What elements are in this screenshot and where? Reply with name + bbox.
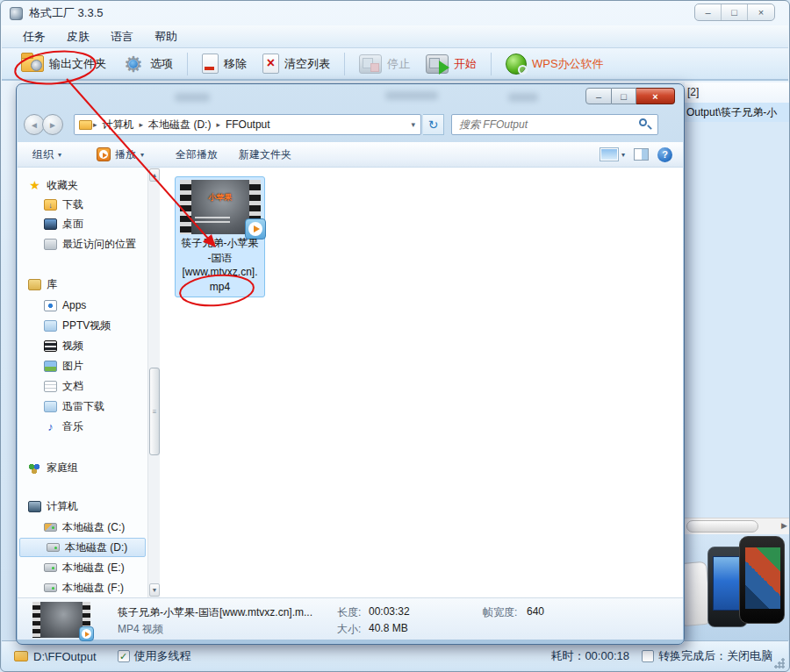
explorer-window: – □ × ◄ ► ▸ 计算机 ▸ 本地磁盘 (D:) ▸ FFOutput ▾… (16, 83, 685, 645)
homegroup-icon (28, 462, 41, 474)
desktop-icon (44, 218, 57, 230)
options-button[interactable]: ⚙ 选项 (117, 52, 178, 76)
breadcrumb-drive-d[interactable]: 本地磁盘 (D:) (144, 115, 215, 135)
gear-icon: ⚙ (122, 54, 145, 75)
sidebar-item-drive-d[interactable]: 本地磁盘 (D:) (19, 538, 146, 557)
sidebar-item-desktop[interactable]: 桌面 (18, 214, 83, 233)
recent-places-icon (44, 239, 57, 250)
minimize-button[interactable]: – (695, 4, 722, 20)
organize-button[interactable]: 组织 ▾ (25, 144, 69, 166)
breadcrumb-ffoutput[interactable]: FFOutput (221, 116, 275, 133)
shutdown-label: 转换完成后：关闭电脑 (658, 648, 772, 664)
address-dropdown-icon[interactable]: ▾ (411, 120, 420, 129)
chevron-down-icon: ▾ (621, 151, 625, 159)
sidebar-item-computer[interactable]: 计算机 (18, 497, 78, 516)
folder-icon (79, 120, 92, 130)
remove-button[interactable]: 移除 (197, 52, 252, 75)
glass-blur (385, 91, 438, 100)
play-button[interactable]: 播放 ▾ (89, 144, 152, 166)
explorer-main-area: ★收藏夹 ↓下载 桌面 最近访问的位置 库 Apps PPTV视频 视频 图片 … (18, 168, 683, 597)
new-folder-button[interactable]: 新建文件夹 (231, 144, 299, 166)
sidebar-item-apps[interactable]: Apps (18, 296, 86, 315)
menu-tasks[interactable]: 任务 (14, 26, 54, 47)
change-view-button[interactable]: ▾ (600, 148, 625, 161)
resize-grip[interactable] (774, 658, 785, 668)
preview-pane-button[interactable] (634, 148, 649, 161)
task-row-output-path[interactable]: Output\筷子兄弟-小 (685, 103, 789, 122)
window-title: 格式工厂 3.3.5 (29, 5, 104, 21)
maximize-button[interactable]: □ (722, 4, 748, 20)
multithread-label: 使用多线程 (134, 648, 191, 664)
sidebar-item-recent-places[interactable]: 最近访问的位置 (18, 234, 136, 254)
scrollbar-thumb[interactable]: ≡ (149, 368, 160, 455)
refresh-button[interactable]: ↻ (423, 114, 444, 135)
scroll-right-icon[interactable]: ▶ (781, 521, 787, 530)
toolbar-separator (344, 53, 345, 75)
back-icon: ◄ (30, 120, 39, 130)
star-icon: ★ (28, 180, 41, 191)
scroll-down-icon[interactable]: ▼ (149, 583, 160, 597)
chevron-down-icon: ▾ (58, 151, 61, 159)
filmstrip-edge (32, 602, 40, 638)
output-folder-button[interactable]: 输出文件夹 (16, 54, 111, 74)
sidebar-item-drive-f[interactable]: 本地磁盘 (F:) (18, 578, 124, 597)
sidebar-item-downloads[interactable]: ↓下载 (18, 195, 83, 214)
search-icon[interactable] (638, 118, 652, 132)
sidebar-item-drive-e[interactable]: 本地磁盘 (E:) (18, 558, 125, 577)
sidebar-item-pptv-videos[interactable]: PPTV视频 (18, 316, 111, 335)
file-name-line: [www.mtvxz.cn]. (176, 266, 264, 278)
file-item-mp4[interactable]: 小苹果 筷子兄弟-小苹果 -国语 [www.mtvxz.cn]. mp4 (175, 176, 265, 297)
menu-help[interactable]: 帮助 (146, 26, 186, 47)
documents-icon (44, 381, 57, 392)
sidebar-item-music[interactable]: ♪音乐 (18, 417, 83, 436)
sidebar-item-libraries[interactable]: 库 (18, 275, 57, 294)
output-path-text[interactable]: D:\FFOutput (33, 650, 97, 663)
stop-button[interactable]: 停止 (354, 53, 415, 75)
explorer-caption-buttons: – □ × (585, 88, 675, 104)
sidebar-item-drive-c[interactable]: 本地磁盘 (C:) (18, 518, 125, 537)
output-folder-icon (21, 55, 44, 72)
start-button[interactable]: 开始 (420, 53, 482, 75)
explorer-navigation-row: ◄ ► ▸ 计算机 ▸ 本地磁盘 (D:) ▸ FFOutput ▾ ↻ (24, 113, 677, 136)
sidebar-item-documents[interactable]: 文档 (18, 376, 83, 396)
play-all-button[interactable]: 全部播放 (168, 144, 226, 166)
explorer-command-bar: 组织 ▾ 播放 ▾ 全部播放 新建文件夹 ▾ ? (18, 142, 683, 168)
search-input[interactable] (452, 118, 638, 131)
size-label: 大小: (337, 622, 361, 637)
menu-skin[interactable]: 皮肤 (58, 26, 98, 47)
wps-button[interactable]: WPS办公软件 (500, 52, 609, 76)
clear-list-button[interactable]: × 清空列表 (257, 52, 335, 75)
file-name-line: mp4 (176, 281, 264, 293)
help-button[interactable]: ? (657, 147, 672, 162)
forward-button[interactable]: ► (42, 114, 63, 135)
length-value: 00:03:32 (369, 605, 410, 618)
computer-icon (28, 501, 41, 512)
elapsed-time: 耗时：00:00:18 (550, 648, 629, 664)
sidebar-item-homegroup[interactable]: 家庭组 (18, 458, 78, 477)
minimize-button[interactable]: – (585, 88, 612, 104)
close-button[interactable]: × (636, 88, 675, 104)
sidebar-item-pictures[interactable]: 图片 (18, 356, 83, 375)
drive-icon (44, 563, 57, 572)
drive-icon (44, 583, 57, 592)
scroll-up-icon[interactable]: ▲ (149, 168, 160, 182)
libraries-icon (28, 279, 41, 290)
shutdown-checkbox[interactable] (642, 650, 654, 662)
sidebar-item-favorites[interactable]: ★收藏夹 (18, 175, 78, 195)
scrollbar-thumb[interactable] (686, 520, 758, 533)
address-bar[interactable]: ▸ 计算机 ▸ 本地磁盘 (D:) ▸ FFOutput ▾ (74, 114, 421, 135)
phone-touchscreen (739, 536, 785, 624)
menu-language[interactable]: 语言 (102, 26, 142, 47)
ff-menubar: 任务 皮肤 语言 帮助 (2, 25, 788, 48)
sidebar-item-thunder-downloads[interactable]: 迅雷下载 (18, 397, 104, 416)
sidebar-item-videos[interactable]: 视频 (18, 336, 83, 355)
maximize-button[interactable]: □ (612, 88, 636, 104)
horizontal-scrollbar[interactable]: ▶ (685, 518, 789, 534)
sidebar-scrollbar[interactable]: ▲ ≡ ▼ (147, 168, 160, 597)
filmstrip-edge (180, 180, 191, 234)
forward-icon: ► (48, 120, 57, 130)
close-button[interactable]: × (748, 4, 774, 20)
breadcrumb-computer[interactable]: 计算机 (98, 115, 139, 135)
multithread-checkbox[interactable]: ✓ (118, 650, 130, 662)
toolbar-separator (187, 53, 188, 75)
